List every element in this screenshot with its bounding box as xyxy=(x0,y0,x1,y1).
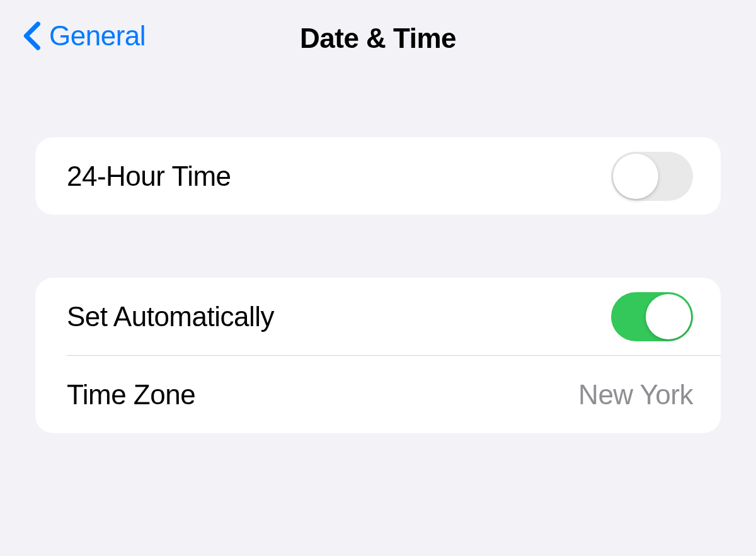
page-title: Date & Time xyxy=(300,23,456,54)
back-button[interactable]: General xyxy=(20,20,146,52)
settings-group-2: Set Automatically Time Zone New York xyxy=(35,278,721,433)
settings-group-1: 24-Hour Time xyxy=(35,137,721,215)
row-label: 24-Hour Time xyxy=(67,161,231,192)
row-label: Time Zone xyxy=(67,379,195,411)
toggle-set-automatically[interactable] xyxy=(611,292,693,341)
row-value-time-zone: New York xyxy=(578,379,693,411)
toggle-thumb xyxy=(646,294,691,339)
row-set-automatically[interactable]: Set Automatically xyxy=(35,278,721,355)
back-label: General xyxy=(49,20,146,52)
toggle-thumb xyxy=(613,154,658,199)
content: 24-Hour Time Set Automatically Time Zone… xyxy=(0,137,756,433)
row-label: Set Automatically xyxy=(67,301,274,332)
toggle-24-hour-time[interactable] xyxy=(611,152,693,201)
header: General Date & Time xyxy=(0,0,756,76)
chevron-left-icon xyxy=(20,21,43,51)
row-time-zone[interactable]: Time Zone New York xyxy=(35,356,721,433)
row-24-hour-time[interactable]: 24-Hour Time xyxy=(35,137,721,215)
